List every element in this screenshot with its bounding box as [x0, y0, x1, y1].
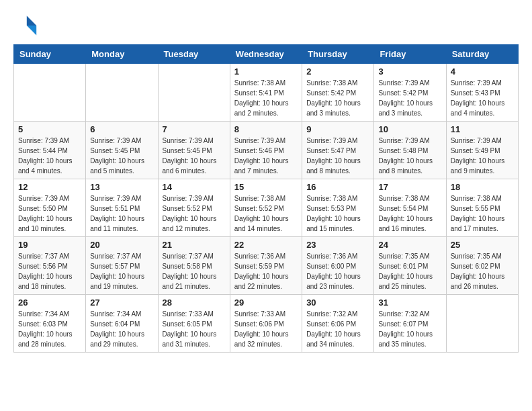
day-number: 9	[306, 124, 369, 134]
calendar-cell: 31Sunrise: 7:32 AMSunset: 6:07 PMDayligh…	[374, 295, 446, 353]
day-number: 17	[378, 182, 441, 192]
day-detail: Sunrise: 7:39 AMSunset: 5:48 PMDaylight:…	[378, 136, 441, 176]
day-detail: Sunrise: 7:38 AMSunset: 5:55 PMDaylight:…	[451, 193, 514, 234]
day-number: 26	[18, 298, 81, 308]
calendar-cell: 29Sunrise: 7:33 AMSunset: 6:06 PMDayligh…	[230, 295, 302, 353]
day-number: 30	[306, 298, 369, 308]
day-detail: Sunrise: 7:39 AMSunset: 5:50 PMDaylight:…	[18, 193, 81, 234]
calendar-cell: 12Sunrise: 7:39 AMSunset: 5:50 PMDayligh…	[14, 179, 86, 237]
day-detail: Sunrise: 7:34 AMSunset: 6:04 PMDaylight:…	[90, 309, 153, 349]
week-row-4: 19Sunrise: 7:37 AMSunset: 5:56 PMDayligh…	[14, 237, 519, 295]
calendar-cell: 3Sunrise: 7:39 AMSunset: 5:42 PMDaylight…	[374, 64, 446, 122]
day-number: 21	[163, 240, 226, 250]
day-number: 28	[163, 298, 226, 308]
day-number: 3	[378, 66, 441, 77]
day-number: 15	[234, 182, 298, 192]
calendar-cell	[86, 64, 158, 122]
calendar-cell: 24Sunrise: 7:35 AMSunset: 6:01 PMDayligh…	[374, 237, 446, 295]
day-number: 4	[451, 66, 514, 77]
day-detail: Sunrise: 7:32 AMSunset: 6:06 PMDaylight:…	[306, 309, 369, 349]
day-detail: Sunrise: 7:34 AMSunset: 6:03 PMDaylight:…	[18, 309, 81, 349]
calendar-cell: 25Sunrise: 7:35 AMSunset: 6:02 PMDayligh…	[446, 237, 518, 295]
day-number: 7	[163, 124, 226, 134]
day-detail: Sunrise: 7:39 AMSunset: 5:45 PMDaylight:…	[163, 136, 226, 176]
weekday-header-thursday: Thursday	[302, 45, 374, 64]
weekday-header-tuesday: Tuesday	[158, 45, 230, 64]
day-number: 18	[451, 182, 514, 192]
logo-icon	[13, 13, 38, 38]
day-detail: Sunrise: 7:39 AMSunset: 5:49 PMDaylight:…	[451, 136, 514, 176]
calendar-cell: 22Sunrise: 7:36 AMSunset: 5:59 PMDayligh…	[230, 237, 302, 295]
day-number: 27	[90, 298, 153, 308]
day-detail: Sunrise: 7:32 AMSunset: 6:07 PMDaylight:…	[378, 309, 441, 349]
day-detail: Sunrise: 7:39 AMSunset: 5:46 PMDaylight:…	[234, 136, 298, 176]
day-number: 12	[18, 182, 81, 192]
day-detail: Sunrise: 7:38 AMSunset: 5:41 PMDaylight:…	[234, 78, 298, 118]
calendar-cell	[14, 64, 86, 122]
day-detail: Sunrise: 7:35 AMSunset: 6:02 PMDaylight:…	[451, 251, 514, 291]
calendar-cell: 8Sunrise: 7:39 AMSunset: 5:46 PMDaylight…	[230, 122, 302, 179]
calendar-cell: 27Sunrise: 7:34 AMSunset: 6:04 PMDayligh…	[86, 295, 158, 353]
week-row-2: 5Sunrise: 7:39 AMSunset: 5:44 PMDaylight…	[14, 122, 519, 179]
week-row-5: 26Sunrise: 7:34 AMSunset: 6:03 PMDayligh…	[14, 295, 519, 353]
day-number: 16	[306, 182, 369, 192]
calendar-cell: 7Sunrise: 7:39 AMSunset: 5:45 PMDaylight…	[158, 122, 230, 179]
calendar-cell: 9Sunrise: 7:39 AMSunset: 5:47 PMDaylight…	[302, 122, 374, 179]
day-detail: Sunrise: 7:39 AMSunset: 5:52 PMDaylight:…	[163, 193, 226, 234]
calendar-cell: 16Sunrise: 7:38 AMSunset: 5:53 PMDayligh…	[302, 179, 374, 237]
day-detail: Sunrise: 7:37 AMSunset: 5:56 PMDaylight:…	[18, 251, 81, 291]
day-number: 20	[90, 240, 153, 250]
day-number: 13	[90, 182, 153, 192]
calendar-cell	[446, 295, 518, 353]
day-number: 10	[378, 124, 441, 134]
logo	[13, 13, 42, 38]
day-detail: Sunrise: 7:39 AMSunset: 5:42 PMDaylight:…	[378, 78, 441, 118]
day-number: 19	[18, 240, 81, 250]
week-row-3: 12Sunrise: 7:39 AMSunset: 5:50 PMDayligh…	[14, 179, 519, 237]
calendar-cell	[158, 64, 230, 122]
weekday-header-friday: Friday	[374, 45, 446, 64]
day-detail: Sunrise: 7:39 AMSunset: 5:51 PMDaylight:…	[90, 193, 153, 234]
day-detail: Sunrise: 7:39 AMSunset: 5:44 PMDaylight:…	[18, 136, 81, 176]
calendar-cell: 20Sunrise: 7:37 AMSunset: 5:57 PMDayligh…	[86, 237, 158, 295]
day-detail: Sunrise: 7:38 AMSunset: 5:42 PMDaylight:…	[306, 78, 369, 118]
calendar-cell: 4Sunrise: 7:39 AMSunset: 5:43 PMDaylight…	[446, 64, 518, 122]
day-detail: Sunrise: 7:38 AMSunset: 5:54 PMDaylight:…	[378, 193, 441, 234]
day-number: 24	[378, 240, 441, 250]
calendar-cell: 26Sunrise: 7:34 AMSunset: 6:03 PMDayligh…	[14, 295, 86, 353]
day-number: 5	[18, 124, 81, 134]
day-detail: Sunrise: 7:37 AMSunset: 5:58 PMDaylight:…	[163, 251, 226, 291]
calendar-table: SundayMondayTuesdayWednesdayThursdayFrid…	[13, 44, 519, 353]
day-detail: Sunrise: 7:33 AMSunset: 6:05 PMDaylight:…	[163, 309, 226, 349]
calendar-cell: 17Sunrise: 7:38 AMSunset: 5:54 PMDayligh…	[374, 179, 446, 237]
calendar-cell: 28Sunrise: 7:33 AMSunset: 6:05 PMDayligh…	[158, 295, 230, 353]
calendar-cell: 2Sunrise: 7:38 AMSunset: 5:42 PMDaylight…	[302, 64, 374, 122]
day-number: 14	[163, 182, 226, 192]
day-number: 11	[451, 124, 514, 134]
week-row-1: 1Sunrise: 7:38 AMSunset: 5:41 PMDaylight…	[14, 64, 519, 122]
calendar-cell: 13Sunrise: 7:39 AMSunset: 5:51 PMDayligh…	[86, 179, 158, 237]
calendar-cell: 10Sunrise: 7:39 AMSunset: 5:48 PMDayligh…	[374, 122, 446, 179]
day-number: 31	[378, 298, 441, 308]
day-detail: Sunrise: 7:39 AMSunset: 5:47 PMDaylight:…	[306, 136, 369, 176]
weekday-header-saturday: Saturday	[446, 45, 518, 64]
calendar-cell: 15Sunrise: 7:38 AMSunset: 5:52 PMDayligh…	[230, 179, 302, 237]
day-detail: Sunrise: 7:38 AMSunset: 5:52 PMDaylight:…	[234, 193, 298, 234]
calendar-cell: 23Sunrise: 7:36 AMSunset: 6:00 PMDayligh…	[302, 237, 374, 295]
day-number: 23	[306, 240, 369, 250]
day-detail: Sunrise: 7:33 AMSunset: 6:06 PMDaylight:…	[234, 309, 298, 349]
day-number: 25	[451, 240, 514, 250]
weekday-header-sunday: Sunday	[14, 45, 86, 64]
day-detail: Sunrise: 7:39 AMSunset: 5:43 PMDaylight:…	[451, 78, 514, 118]
day-detail: Sunrise: 7:39 AMSunset: 5:45 PMDaylight:…	[90, 136, 153, 176]
weekday-header-monday: Monday	[86, 45, 158, 64]
weekday-header-wednesday: Wednesday	[230, 45, 302, 64]
calendar-cell: 14Sunrise: 7:39 AMSunset: 5:52 PMDayligh…	[158, 179, 230, 237]
page-header	[13, 13, 519, 38]
svg-marker-0	[27, 16, 36, 26]
day-number: 6	[90, 124, 153, 134]
day-number: 29	[234, 298, 298, 308]
day-number: 22	[234, 240, 298, 250]
day-detail: Sunrise: 7:36 AMSunset: 5:59 PMDaylight:…	[234, 251, 298, 291]
day-detail: Sunrise: 7:37 AMSunset: 5:57 PMDaylight:…	[90, 251, 153, 291]
